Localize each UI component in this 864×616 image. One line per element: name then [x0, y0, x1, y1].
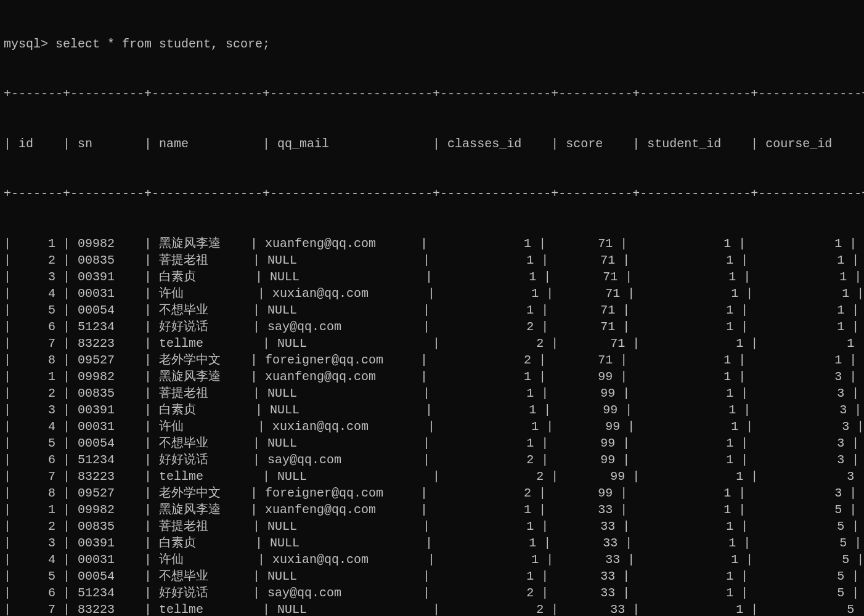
table-body: | 1 | 09982 | 黑旋风李逵 | xuanfeng@qq.com | … — [4, 235, 864, 616]
table-row: | 8 | 09527 | 老外学中文 | foreigner@qq.com |… — [4, 352, 864, 368]
sql-prompt: mysql> select * from student, score; — [4, 36, 864, 52]
table-row: | 3 | 00391 | 白素贞 | NULL | 1 | 71 | 1 | … — [4, 269, 864, 285]
table-row: | 1 | 09982 | 黑旋风李逵 | xuanfeng@qq.com | … — [4, 501, 864, 518]
table-row: | 7 | 83223 | tellme | NULL | 2 | 99 | 1… — [4, 468, 864, 485]
table-row: | 5 | 00054 | 不想毕业 | NULL | 1 | 99 | 1 |… — [4, 435, 864, 452]
table-row: | 7 | 83223 | tellme | NULL | 2 | 33 | 1… — [4, 601, 864, 616]
table-row: | 6 | 51234 | 好好说话 | say@qq.com | 2 | 71… — [4, 318, 864, 335]
table-border-mid: +-------+----------+---------------+----… — [4, 185, 864, 202]
table-row: | 2 | 00835 | 菩提老祖 | NULL | 1 | 99 | 1 |… — [4, 385, 864, 402]
table-row: | 2 | 00835 | 菩提老祖 | NULL | 1 | 71 | 1 |… — [4, 252, 864, 269]
table-row: | 2 | 00835 | 菩提老祖 | NULL | 1 | 33 | 1 |… — [4, 518, 864, 535]
table-row: | 4 | 00031 | 许仙 | xuxian@qq.com | 1 | 9… — [4, 418, 864, 435]
table-row: | 1 | 09982 | 黑旋风李逵 | xuanfeng@qq.com | … — [4, 368, 864, 385]
table-row: | 1 | 09982 | 黑旋风李逵 | xuanfeng@qq.com | … — [4, 235, 864, 252]
table-row: | 4 | 00031 | 许仙 | xuxian@qq.com | 1 | 3… — [4, 551, 864, 568]
table-row: | 8 | 09527 | 老外学中文 | foreigner@qq.com |… — [4, 485, 864, 501]
table-row: | 6 | 51234 | 好好说话 | say@qq.com | 2 | 33… — [4, 585, 864, 601]
terminal-output: mysql> select * from student, score; +--… — [0, 0, 864, 616]
table-row: | 4 | 00031 | 许仙 | xuxian@qq.com | 1 | 7… — [4, 285, 864, 302]
table-row: | 3 | 00391 | 白素贞 | NULL | 1 | 99 | 1 | … — [4, 402, 864, 418]
table-border-top: +-------+----------+---------------+----… — [4, 86, 864, 102]
table-row: | 5 | 00054 | 不想毕业 | NULL | 1 | 33 | 1 |… — [4, 568, 864, 585]
table-row: | 7 | 83223 | tellme | NULL | 2 | 71 | 1… — [4, 335, 864, 352]
table-header: | id | sn | name | qq_mail | classes_id … — [4, 136, 864, 152]
table-row: | 5 | 00054 | 不想毕业 | NULL | 1 | 71 | 1 |… — [4, 302, 864, 318]
table-row: | 6 | 51234 | 好好说话 | say@qq.com | 2 | 99… — [4, 452, 864, 468]
table-row: | 3 | 00391 | 白素贞 | NULL | 1 | 33 | 1 | … — [4, 535, 864, 551]
